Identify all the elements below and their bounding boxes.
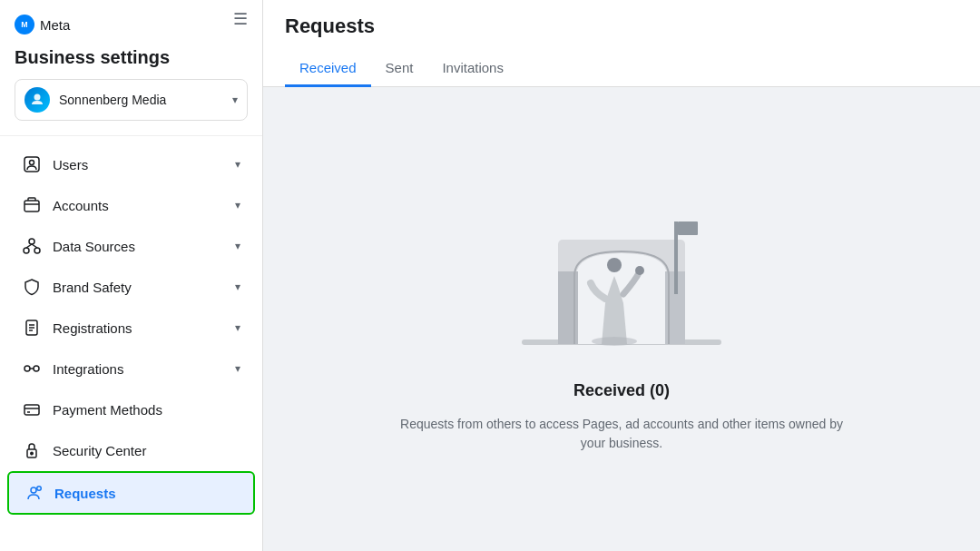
requests-icon [24, 483, 44, 503]
svg-line-11 [26, 244, 32, 248]
svg-point-18 [34, 366, 39, 371]
chevron-icon: ▾ [235, 240, 240, 252]
sidebar-item-users[interactable]: Users ▾ [7, 144, 255, 184]
sidebar-item-registrations[interactable]: Registrations ▾ [7, 308, 255, 348]
empty-state-description: Requests from others to access Pages, ad… [395, 415, 848, 453]
svg-text:M: M [21, 20, 27, 29]
empty-state: Received (0) Requests from others to acc… [395, 185, 848, 453]
nav-section: Users ▾ Accounts ▾ [0, 136, 262, 551]
sidebar-item-accounts-label: Accounts [53, 198, 224, 213]
chevron-icon: ▾ [235, 280, 240, 293]
account-name: Sonnenberg Media [59, 93, 223, 107]
page-header: Requests Received Sent Invitations [263, 0, 980, 87]
sidebar-item-payment-methods-label: Payment Methods [53, 402, 240, 418]
payment-methods-icon [22, 399, 42, 419]
sidebar-item-integrations[interactable]: Integrations ▾ [7, 349, 255, 389]
chevron-icon: ▾ [235, 158, 240, 171]
sidebar-item-users-label: Users [53, 157, 224, 172]
sidebar-header: M Meta ☰ Business settings Sonnenberg Me… [0, 0, 262, 136]
business-settings-title: Business settings [15, 47, 248, 68]
meta-logo-icon: M [15, 15, 34, 34]
registrations-icon [22, 318, 42, 338]
svg-rect-6 [24, 201, 39, 212]
tabs: Received Sent Invitations [285, 51, 958, 86]
sidebar-item-requests-label: Requests [54, 486, 239, 501]
svg-point-37 [592, 337, 637, 346]
page-title: Requests [285, 15, 958, 38]
sidebar-item-brand-safety-label: Brand Safety [53, 280, 224, 295]
avatar [24, 87, 50, 113]
hamburger-icon[interactable]: ☰ [233, 9, 248, 29]
svg-point-35 [607, 258, 622, 272]
chevron-icon: ▾ [235, 199, 240, 212]
sidebar-item-security-center-label: Security Center [53, 443, 240, 458]
sidebar: M Meta ☰ Business settings Sonnenberg Me… [0, 0, 263, 551]
svg-line-12 [32, 244, 37, 248]
sidebar-item-security-center[interactable]: Security Center [7, 430, 255, 470]
content-body: Received (0) Requests from others to acc… [263, 87, 980, 551]
sidebar-item-integrations-label: Integrations [53, 361, 224, 377]
meta-logo-text: Meta [40, 17, 70, 33]
accounts-icon [22, 195, 42, 215]
sidebar-item-data-sources[interactable]: Data Sources ▾ [7, 226, 255, 266]
tab-sent[interactable]: Sent [371, 51, 428, 87]
empty-state-title: Received (0) [573, 381, 670, 400]
users-icon [22, 154, 42, 174]
svg-rect-34 [678, 221, 698, 235]
tab-received[interactable]: Received [285, 51, 371, 87]
sidebar-item-requests[interactable]: Requests [7, 471, 255, 515]
empty-state-illustration [495, 185, 749, 367]
svg-point-8 [29, 239, 34, 244]
brand-safety-icon [22, 277, 42, 297]
chevron-icon: ▾ [235, 321, 240, 334]
account-selector[interactable]: Sonnenberg Media ▾ [15, 79, 248, 121]
integrations-icon [22, 359, 42, 379]
svg-point-5 [30, 161, 34, 165]
sidebar-item-brand-safety[interactable]: Brand Safety ▾ [7, 267, 255, 307]
svg-point-24 [31, 452, 33, 454]
svg-point-9 [24, 248, 29, 253]
security-center-icon [22, 440, 42, 460]
sidebar-item-registrations-label: Registrations [53, 320, 224, 336]
svg-point-17 [24, 366, 30, 371]
meta-logo: M Meta [15, 15, 70, 34]
svg-rect-33 [674, 221, 678, 294]
sidebar-item-payment-methods[interactable]: Payment Methods [7, 389, 255, 429]
svg-rect-20 [24, 405, 39, 415]
sidebar-item-data-sources-label: Data Sources [53, 239, 224, 254]
sidebar-item-accounts[interactable]: Accounts ▾ [7, 185, 255, 225]
chevron-down-icon: ▾ [232, 93, 238, 106]
svg-point-25 [31, 487, 36, 493]
data-sources-icon [22, 236, 42, 256]
svg-point-10 [34, 248, 40, 253]
chevron-icon: ▾ [235, 362, 240, 375]
main-content: Requests Received Sent Invitations [263, 0, 980, 551]
svg-point-36 [635, 266, 644, 275]
svg-point-3 [34, 94, 41, 101]
tab-invitations[interactable]: Invitations [427, 51, 518, 87]
